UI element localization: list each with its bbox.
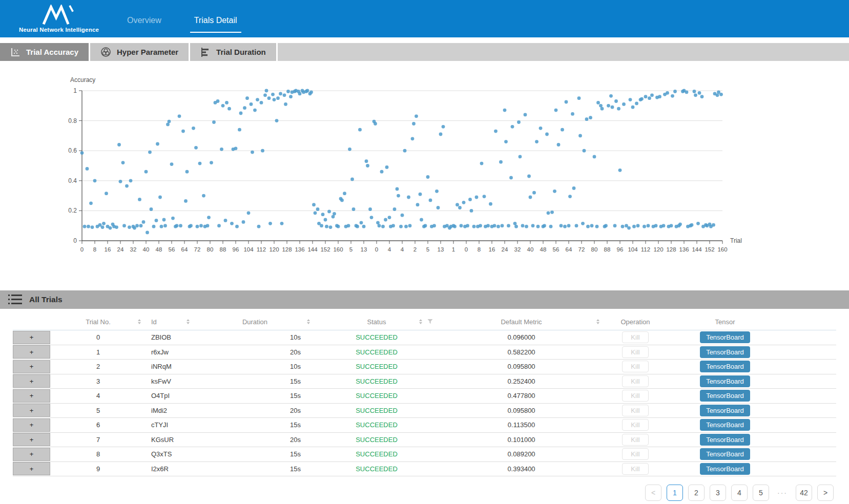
tensorboard-button[interactable]: TensorBoard xyxy=(700,346,750,358)
scatter-point[interactable] xyxy=(89,201,93,205)
kill-button[interactable]: Kill xyxy=(622,361,648,372)
tensorboard-button[interactable]: TensorBoard xyxy=(700,463,750,475)
scatter-point[interactable] xyxy=(693,90,696,93)
scatter-point[interactable] xyxy=(260,101,263,104)
expand-row-button[interactable]: + xyxy=(30,436,34,443)
scatter-point[interactable] xyxy=(568,195,572,198)
scatter-point[interactable] xyxy=(175,224,179,227)
scatter-point[interactable] xyxy=(216,99,220,103)
scatter-point[interactable] xyxy=(376,221,380,224)
scatter-point[interactable] xyxy=(343,192,346,195)
scatter-point[interactable] xyxy=(432,224,436,227)
scatter-point[interactable] xyxy=(170,162,174,166)
tensorboard-button[interactable]: TensorBoard xyxy=(700,405,750,416)
scatter-point[interactable] xyxy=(337,225,340,228)
scatter-point[interactable] xyxy=(324,218,327,222)
kill-button[interactable]: Kill xyxy=(622,434,648,446)
scatter-point[interactable] xyxy=(397,194,400,198)
scatter-point[interactable] xyxy=(647,224,650,227)
scatter-point[interactable] xyxy=(536,225,540,228)
scatter-point[interactable] xyxy=(547,211,550,215)
subtab-trial-duration[interactable]: Trial Duration xyxy=(190,43,278,61)
scatter-point[interactable] xyxy=(493,224,496,227)
scatter-point[interactable] xyxy=(356,225,359,228)
scatter-point[interactable] xyxy=(286,90,290,93)
tensorboard-button[interactable]: TensorBoard xyxy=(700,419,750,431)
scatter-point[interactable] xyxy=(247,211,251,215)
scatter-point[interactable] xyxy=(388,216,391,219)
scatter-point[interactable] xyxy=(511,125,514,129)
scatter-point[interactable] xyxy=(525,225,528,228)
tensorboard-button[interactable]: TensorBoard xyxy=(700,331,750,343)
scatter-point[interactable] xyxy=(253,109,257,112)
scatter-point[interactable] xyxy=(268,222,272,225)
scatter-point[interactable] xyxy=(142,220,146,224)
scatter-point[interactable] xyxy=(168,120,171,123)
scatter-point[interactable] xyxy=(501,224,504,227)
page-button-2[interactable]: 2 xyxy=(688,485,705,501)
scatter-point[interactable] xyxy=(632,225,636,228)
page-button-1[interactable]: 1 xyxy=(667,485,683,501)
scatter-point[interactable] xyxy=(160,225,163,228)
tab-trials-detail[interactable]: Trials Detail xyxy=(190,0,241,37)
scatter-point[interactable] xyxy=(202,194,205,198)
scatter-point[interactable] xyxy=(503,109,507,112)
scatter-point[interactable] xyxy=(261,149,264,153)
scatter-point[interactable] xyxy=(416,203,420,206)
sort-icon[interactable] xyxy=(307,319,310,324)
scatter-point[interactable] xyxy=(670,224,673,227)
scatter-point[interactable] xyxy=(581,222,585,225)
scatter-point[interactable] xyxy=(496,225,500,228)
scatter-point[interactable] xyxy=(408,224,412,227)
scatter-point[interactable] xyxy=(196,225,199,228)
scatter-point[interactable] xyxy=(578,134,582,138)
scatter-point[interactable] xyxy=(453,225,457,228)
kill-button[interactable]: Kill xyxy=(622,331,648,343)
scatter-point[interactable] xyxy=(220,148,223,151)
scatter-point[interactable] xyxy=(563,225,567,228)
scatter-point[interactable] xyxy=(571,112,574,116)
scatter-point[interactable] xyxy=(178,114,181,118)
scatter-point[interactable] xyxy=(289,95,293,98)
scatter-point[interactable] xyxy=(479,224,482,227)
scatter-point[interactable] xyxy=(152,225,156,228)
scatter-point[interactable] xyxy=(378,224,381,227)
scatter-point[interactable] xyxy=(590,224,594,227)
scatter-point[interactable] xyxy=(86,167,89,171)
scatter-point[interactable] xyxy=(604,224,608,227)
scatter-point[interactable] xyxy=(212,120,216,124)
page-button-3[interactable]: 3 xyxy=(710,485,726,501)
scatter-point[interactable] xyxy=(609,94,613,98)
scatter-point[interactable] xyxy=(325,225,328,228)
scatter-point[interactable] xyxy=(690,223,694,227)
scatter-point[interactable] xyxy=(468,198,472,201)
scatter-point[interactable] xyxy=(256,98,259,101)
scatter-point[interactable] xyxy=(129,179,133,182)
scatter-point[interactable] xyxy=(622,102,626,106)
scatter-point[interactable] xyxy=(109,226,112,230)
scatter-point[interactable] xyxy=(155,219,158,222)
scatter-point[interactable] xyxy=(146,231,149,235)
scatter-point[interactable] xyxy=(279,92,282,96)
scatter-point[interactable] xyxy=(227,107,231,111)
scatter-point[interactable] xyxy=(93,179,97,182)
scatter-point[interactable] xyxy=(524,113,527,117)
scatter-point[interactable] xyxy=(327,210,331,214)
tensorboard-button[interactable]: TensorBoard xyxy=(700,361,750,372)
scatter-point[interactable] xyxy=(678,222,682,226)
scatter-point[interactable] xyxy=(662,224,666,227)
scatter-point[interactable] xyxy=(381,225,385,228)
scatter-point[interactable] xyxy=(87,225,90,228)
scatter-point[interactable] xyxy=(560,224,563,227)
scatter-point[interactable] xyxy=(509,176,513,180)
scatter-point[interactable] xyxy=(539,127,543,130)
scatter-point[interactable] xyxy=(627,226,631,230)
scatter-point[interactable] xyxy=(435,190,439,193)
scatter-point[interactable] xyxy=(439,133,443,136)
scatter-point[interactable] xyxy=(91,225,94,229)
scatter-point[interactable] xyxy=(166,123,170,127)
scatter-point[interactable] xyxy=(365,159,368,163)
scatter-point[interactable] xyxy=(366,164,369,167)
scatter-point[interactable] xyxy=(583,149,586,153)
expand-row-button[interactable]: + xyxy=(30,392,34,399)
